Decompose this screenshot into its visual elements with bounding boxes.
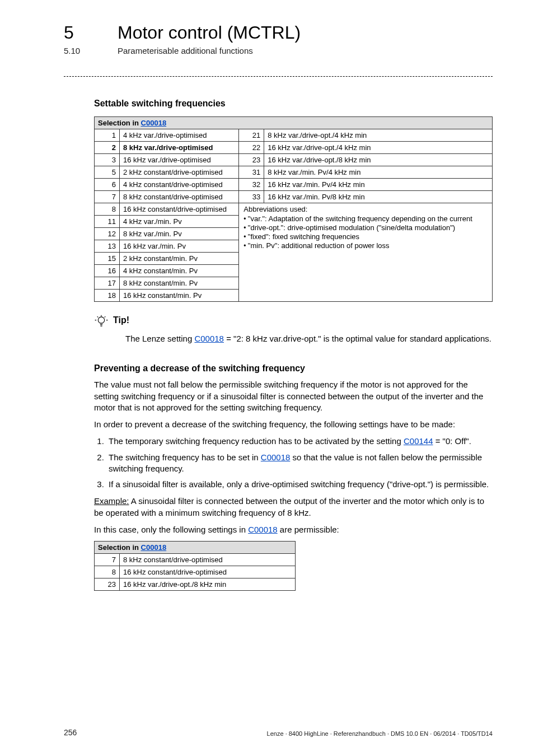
table-row: 64 kHz constant/drive-optimised3216 kHz … bbox=[95, 179, 493, 191]
tip-text: The Lenze setting C00018 = "2: 8 kHz var… bbox=[125, 333, 493, 344]
settable-table-header-prefix: Selection in bbox=[98, 119, 141, 127]
table-row: 816 kHz constant/drive-optimised bbox=[95, 566, 296, 578]
abbr-item: "var.": Adaptation of the switching freq… bbox=[242, 214, 489, 223]
para3-link[interactable]: C00018 bbox=[248, 525, 278, 534]
table-row: 52 kHz constant/drive-optimised318 kHz v… bbox=[95, 166, 493, 179]
small-table-header-link[interactable]: C00018 bbox=[141, 543, 167, 552]
example-label: Example: bbox=[94, 496, 129, 506]
table-row: 28 kHz var./drive-optimised2216 kHz var.… bbox=[95, 142, 493, 154]
settable-heading: Settable switching frequencies bbox=[94, 99, 493, 109]
tip-block: Tip! bbox=[94, 314, 493, 329]
svg-point-0 bbox=[98, 317, 104, 323]
tip-label: Tip! bbox=[113, 315, 129, 325]
table-row: 14 kHz var./drive-optimised218 kHz var./… bbox=[95, 129, 493, 142]
step-item: The switching frequency has to be set in… bbox=[106, 452, 493, 475]
settable-table-header: Selection in C00018 bbox=[95, 117, 493, 129]
settable-table: Selection in C00018 14 kHz var./drive-op… bbox=[94, 116, 493, 302]
abbr-item: "drive-opt.": drive-optimised modulation… bbox=[242, 223, 489, 232]
tip-link[interactable]: C00018 bbox=[194, 334, 224, 343]
abbr-cell: Abbreviations used: "var.": Adaptation o… bbox=[239, 203, 493, 302]
chapter-title: Motor control (MCTRL) bbox=[118, 22, 301, 43]
example-para: Example: A sinusoidal filter is connecte… bbox=[94, 496, 493, 519]
footer-imprint: Lenze · 8400 HighLine · Referenzhandbuch… bbox=[267, 730, 493, 737]
settable-table-header-link[interactable]: C00018 bbox=[141, 119, 167, 127]
step-item: If a sinusoidal filter is available, onl… bbox=[106, 479, 493, 490]
prevent-para3: In this case, only the following setting… bbox=[94, 524, 493, 535]
section-number: 5.10 bbox=[64, 46, 80, 55]
page-number: 256 bbox=[64, 728, 77, 737]
step2-link[interactable]: C00018 bbox=[261, 452, 291, 462]
small-table-header: Selection in C00018 bbox=[95, 542, 296, 554]
table-row: 316 kHz var./drive-optimised2316 kHz var… bbox=[95, 154, 493, 166]
divider bbox=[64, 76, 493, 77]
lightbulb-icon bbox=[94, 314, 109, 329]
chapter-number: 5 bbox=[64, 22, 74, 43]
table-row: 78 kHz constant/drive-optimised bbox=[95, 554, 296, 566]
step-item: The temporary switching frequency reduct… bbox=[106, 436, 493, 447]
prevent-para2: In order to prevent a decrease of the sw… bbox=[94, 419, 493, 430]
section-title: Parameterisable additional functions bbox=[118, 46, 253, 55]
table-row: 2316 kHz var./drive-opt./8 kHz min bbox=[95, 578, 296, 591]
table-row: 816 kHz constant/drive-optimised Abbrevi… bbox=[95, 203, 493, 216]
abbr-item: "fixed": fixed switching frequencies bbox=[242, 232, 489, 241]
table-row: 78 kHz constant/drive-optimised3316 kHz … bbox=[95, 191, 493, 203]
prevent-heading: Preventing a decrease of the switching f… bbox=[94, 363, 493, 374]
prevent-para1: The value must not fall below the permis… bbox=[94, 379, 493, 413]
step1-link[interactable]: C00144 bbox=[404, 436, 433, 446]
prevent-steps: The temporary switching frequency reduct… bbox=[94, 436, 493, 490]
abbr-item: "min. Pv": additional reduction of power… bbox=[242, 241, 489, 250]
small-table: Selection in C00018 78 kHz constant/driv… bbox=[94, 541, 296, 591]
abbr-title: Abbreviations used: bbox=[242, 205, 489, 213]
